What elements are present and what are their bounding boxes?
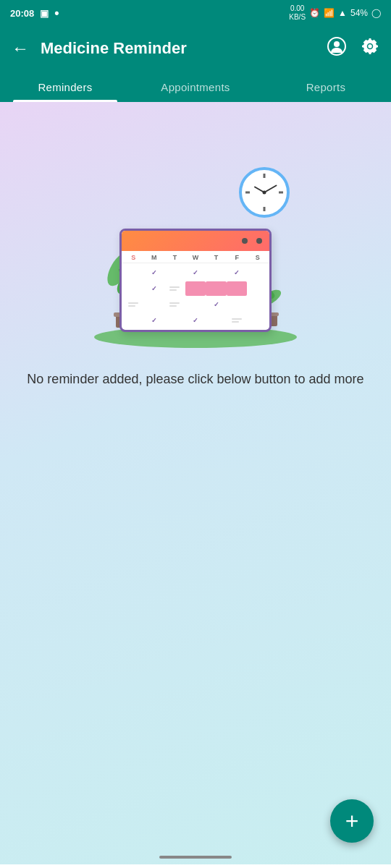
calendar-grid: ✓ ✓ ✓ ✓ [122,263,269,330]
cal-cell [227,297,248,312]
calendar-illustration: S M T W T F S ✓ ✓ ✓ [119,229,272,332]
tab-reminders-label: Reminders [38,81,92,93]
signal-icon: ▲ [338,8,347,18]
cal-cell [206,265,227,280]
tab-reports-label: Reports [306,81,346,93]
clock-center [263,191,266,195]
cal-cell [247,265,268,280]
tab-reminders[interactable]: Reminders [0,71,130,102]
cal-cell [123,265,144,280]
navigation-indicator [159,856,232,859]
battery-text: 54% [350,8,368,18]
cal-ring-2 [256,238,262,244]
clock-tick-3 [279,192,283,194]
status-icons: 0.00KB/S ⏰ 📶 ▲ 54% ◯ [289,4,381,22]
tab-bar: Reminders Appointments Reports [0,71,391,102]
cal-ring-1 [242,238,248,244]
cal-cell: ✓ [185,265,206,280]
tab-appointments[interactable]: Appointments [130,71,261,102]
illustration-area: S M T W T F S ✓ ✓ ✓ [87,160,304,348]
network-icon: 📶 [324,8,335,18]
battery-icon: ◯ [371,8,381,18]
back-button[interactable]: ← [12,38,29,59]
cal-cell [123,281,144,296]
app-bar: ← Medicine Reminder [0,26,391,71]
cal-cell-highlight [185,281,206,296]
cal-row-2: ✓ [123,281,268,297]
alarm-icon: ⏰ [309,8,320,18]
data-speed: 0.00KB/S [289,4,306,22]
clock-tick-12 [264,174,266,178]
cal-cell [227,313,248,328]
cal-cell [164,297,185,312]
time-display: 20:08 [10,8,34,19]
clock-tick-6 [264,207,266,211]
cal-cell-highlight [227,281,248,296]
cal-cell [185,297,206,312]
calendar-header [122,231,269,251]
cal-cell [164,313,185,328]
cal-cell: ✓ [185,313,206,328]
cal-cell [164,265,185,280]
status-bar: 20:08 ▣ • 0.00KB/S ⏰ 📶 ▲ 54% ◯ [0,0,391,26]
cal-cell [247,313,268,328]
empty-state-message: No reminder added, please click below bu… [5,370,385,389]
day-sat: S [247,254,268,261]
cal-row-3: ✓ [123,297,268,312]
clock-illustration [239,167,290,218]
app-title: Medicine Reminder [41,39,316,58]
day-wed: W [185,254,206,261]
account-button[interactable] [327,37,346,60]
cal-cell: ✓ [144,265,165,280]
tab-reports[interactable]: Reports [261,71,391,102]
clock-face [243,171,285,213]
cal-row-1: ✓ ✓ ✓ [123,265,268,281]
calendar-days-header: S M T W T F S [122,251,269,263]
day-sun: S [123,254,144,261]
day-mon: M [144,254,165,261]
cal-cell [247,281,268,296]
cal-cell: ✓ [227,265,248,280]
cal-cell [247,297,268,312]
day-fri: F [227,254,248,261]
cal-cell: ✓ [144,313,165,328]
cal-cell [144,297,165,312]
cal-cell [123,297,144,312]
fab-icon: + [345,808,359,835]
sim-icon: ▣ [40,8,49,19]
add-reminder-fab[interactable]: + [330,799,374,843]
cal-cell [164,281,185,296]
svg-point-1 [334,41,340,47]
cal-cell: ✓ [206,297,227,312]
day-tue: T [164,254,185,261]
day-thu: T [206,254,227,261]
settings-button[interactable] [361,37,379,60]
app-bar-actions [327,37,379,60]
cal-row-4: ✓ ✓ [123,312,268,328]
cal-cell: ✓ [144,281,165,296]
cal-cell [206,313,227,328]
main-content: S M T W T F S ✓ ✓ ✓ [0,102,391,864]
cal-cell-highlight [206,281,227,296]
status-time: 20:08 ▣ • [10,7,59,20]
cal-cell [123,313,144,328]
tab-appointments-label: Appointments [161,81,230,93]
clock-tick-9 [245,192,250,194]
dot-indicator: • [54,7,59,20]
